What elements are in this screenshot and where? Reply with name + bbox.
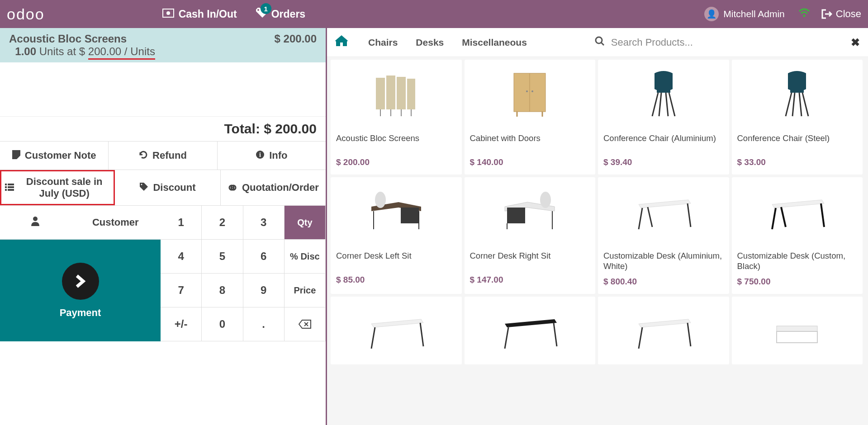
- tag-icon: [139, 182, 148, 194]
- product-image: [465, 177, 596, 245]
- discount-button[interactable]: Discount: [115, 170, 220, 205]
- product-card[interactable]: Cabinet with Doors$ 140.00: [465, 60, 596, 175]
- user-menu[interactable]: 👤 Mitchell Admin: [704, 7, 784, 21]
- svg-line-52: [772, 208, 776, 229]
- product-image: [732, 297, 863, 364]
- category-bar: Chairs Desks Miscellaneous ✖: [327, 28, 868, 57]
- order-line-total: $ 200.00: [275, 33, 317, 58]
- product-image: [598, 297, 729, 364]
- numpad-3[interactable]: 3: [243, 206, 285, 240]
- payment-label: Payment: [60, 307, 101, 319]
- product-card[interactable]: Conference Chair (Aluminium)$ 39.40: [598, 60, 729, 175]
- orders-button[interactable]: 1 Orders: [255, 7, 305, 21]
- refund-icon: [139, 150, 148, 161]
- product-card[interactable]: [732, 297, 863, 364]
- product-image: [465, 60, 596, 128]
- product-card[interactable]: Conference Chair (Steel)$ 33.00: [732, 60, 863, 175]
- numpad-disc-mode[interactable]: % Disc: [285, 240, 326, 274]
- order-pane: Acoustic Bloc Screens 1.00 Units at $ 20…: [0, 28, 326, 425]
- info-button[interactable]: i Info: [218, 142, 326, 170]
- numpad-0[interactable]: 0: [202, 307, 243, 341]
- svg-line-33: [669, 93, 675, 116]
- numpad-price-mode[interactable]: Price: [285, 274, 326, 307]
- close-label: Close: [836, 8, 861, 20]
- cash-icon: [162, 8, 174, 20]
- product-price: $ 200.00: [331, 154, 462, 175]
- numpad-7[interactable]: 7: [161, 274, 202, 307]
- product-price: $ 39.40: [598, 154, 729, 175]
- product-card[interactable]: Customizable Desk (Custom, Black)$ 750.0…: [732, 177, 863, 294]
- product-card[interactable]: Corner Desk Right Sit$ 147.00: [465, 177, 596, 294]
- home-icon[interactable]: [335, 35, 348, 50]
- product-price: $ 147.00: [465, 271, 596, 292]
- close-button[interactable]: Close: [821, 8, 861, 20]
- numpad-dot[interactable]: .: [243, 307, 285, 341]
- customer-note-button[interactable]: Customer Note: [0, 142, 109, 170]
- svg-rect-9: [8, 184, 14, 185]
- svg-line-35: [666, 93, 668, 116]
- product-price: $ 140.00: [465, 154, 596, 175]
- numpad-qty-mode[interactable]: Qty: [285, 206, 326, 240]
- clear-search-icon[interactable]: ✖: [851, 36, 860, 49]
- svg-point-2: [257, 9, 259, 11]
- svg-line-38: [802, 93, 808, 116]
- svg-rect-31: [657, 89, 670, 93]
- app-header: odoo Cash In/Out 1 Orders 👤 Mitchell Adm…: [0, 0, 868, 28]
- numpad-9[interactable]: 9: [243, 274, 285, 307]
- pricelist-button[interactable]: Discount sale in July (USD): [0, 170, 115, 205]
- svg-rect-61: [777, 326, 817, 331]
- numpad-plusminus[interactable]: +/-: [161, 307, 202, 341]
- svg-rect-17: [376, 78, 385, 109]
- svg-rect-8: [5, 184, 7, 185]
- numpad-6[interactable]: 6: [243, 240, 285, 274]
- search-input[interactable]: [611, 37, 851, 48]
- svg-line-34: [659, 93, 661, 116]
- svg-point-27: [526, 90, 528, 92]
- customer-button[interactable]: Customer: [0, 206, 161, 240]
- product-card[interactable]: [598, 297, 729, 364]
- svg-line-32: [652, 93, 658, 116]
- orders-badge: 1: [261, 3, 271, 14]
- cash-in-out-button[interactable]: Cash In/Out: [162, 8, 237, 20]
- product-card[interactable]: Customizable Desk (Aluminium, White)$ 80…: [598, 177, 729, 294]
- products-pane: Chairs Desks Miscellaneous ✖ Acoustic Bl…: [326, 28, 868, 425]
- order-line[interactable]: Acoustic Bloc Screens 1.00 Units at $ 20…: [0, 28, 326, 62]
- numpad-2[interactable]: 2: [202, 206, 243, 240]
- product-image: [331, 60, 462, 128]
- svg-rect-19: [397, 77, 406, 109]
- product-card[interactable]: [465, 297, 596, 364]
- svg-rect-41: [401, 208, 419, 223]
- svg-line-58: [554, 323, 557, 346]
- numpad-1[interactable]: 1: [161, 206, 202, 240]
- svg-line-59: [639, 327, 642, 349]
- product-name-label: Conference Chair (Aluminium): [598, 128, 729, 154]
- orders-label: Orders: [271, 8, 305, 20]
- svg-point-14: [141, 184, 142, 185]
- numpad-5[interactable]: 5: [202, 240, 243, 274]
- refund-button[interactable]: Refund: [109, 142, 217, 170]
- svg-point-1: [166, 11, 170, 15]
- svg-line-57: [505, 327, 508, 349]
- product-name-label: Cabinet with Doors: [465, 128, 596, 154]
- svg-rect-12: [5, 189, 7, 191]
- quotation-button[interactable]: Quotation/Order: [221, 170, 326, 205]
- product-card[interactable]: Acoustic Bloc Screens$ 200.00: [331, 60, 462, 175]
- product-card[interactable]: Corner Desk Left Sit$ 85.00: [331, 177, 462, 294]
- numpad-4[interactable]: 4: [161, 240, 202, 274]
- product-card[interactable]: [331, 297, 462, 364]
- search-icon: [595, 36, 605, 49]
- svg-rect-13: [8, 189, 14, 191]
- numpad-8[interactable]: 8: [202, 274, 243, 307]
- category-chairs[interactable]: Chairs: [368, 37, 398, 48]
- payment-button[interactable]: Payment: [0, 240, 161, 341]
- product-price: $ 85.00: [331, 271, 462, 292]
- product-name-label: Acoustic Bloc Screens: [331, 128, 462, 154]
- category-desks[interactable]: Desks: [416, 37, 444, 48]
- svg-point-15: [33, 217, 38, 221]
- orders-icon: 1: [255, 7, 267, 21]
- order-filler: [0, 62, 326, 117]
- list-icon: [5, 183, 14, 193]
- numpad-backspace[interactable]: [285, 307, 326, 341]
- category-misc[interactable]: Miscellaneous: [462, 37, 527, 48]
- product-image: [465, 297, 596, 364]
